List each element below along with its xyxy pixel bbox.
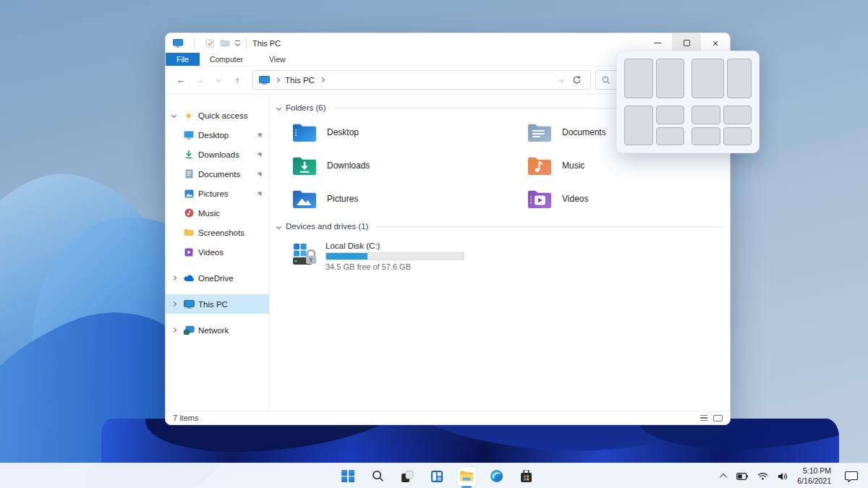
widgets-button[interactable] <box>427 467 446 486</box>
back-button[interactable]: ← <box>171 71 190 90</box>
close-button[interactable]: × <box>701 33 730 53</box>
downloads-folder-icon <box>292 155 318 176</box>
address-bar[interactable]: This PC <box>252 70 591 90</box>
customize-toolbar-dropdown-icon[interactable] <box>235 40 240 46</box>
battery-icon[interactable] <box>736 473 748 480</box>
collapse-chevron-icon[interactable] <box>276 223 281 228</box>
pin-icon <box>256 190 263 197</box>
snap-option-left-full-right-stacked[interactable] <box>624 106 684 145</box>
pictures-icon <box>182 189 196 198</box>
tab-computer[interactable]: Computer <box>200 53 253 66</box>
titlebar[interactable]: This PC × <box>166 33 730 53</box>
up-button[interactable]: ↑ <box>228 71 247 90</box>
sidebar-item-onedrive[interactable]: OneDrive <box>166 268 269 288</box>
sidebar-item-videos[interactable]: Videos <box>166 242 269 262</box>
new-folder-icon[interactable] <box>220 39 230 47</box>
edge-button[interactable] <box>487 467 506 486</box>
snap-option-two-columns-wide-left[interactable] <box>692 59 752 98</box>
drive-capacity: 34.5 GB free of 57.6 GB <box>326 262 464 271</box>
tray-overflow-chevron-icon[interactable] <box>720 474 727 481</box>
folder-tile-videos[interactable]: Videos <box>527 188 723 210</box>
chevron-right-icon[interactable] <box>171 275 176 281</box>
sidebar-item-network[interactable]: Network <box>166 320 269 340</box>
minimize-icon <box>654 43 661 43</box>
disk-usage-fill <box>326 253 367 260</box>
music-folder-icon <box>527 155 553 176</box>
store-icon <box>520 470 532 483</box>
sidebar-item-screenshots[interactable]: Screenshots <box>166 223 269 242</box>
snap-option-two-columns-equal[interactable] <box>624 59 684 98</box>
tab-view[interactable]: View <box>253 53 296 66</box>
start-button[interactable] <box>339 467 357 486</box>
close-icon: × <box>712 38 718 48</box>
sidebar-item-downloads[interactable]: Downloads <box>166 145 269 164</box>
maximize-button[interactable] <box>672 33 701 53</box>
minimize-button[interactable] <box>643 33 672 53</box>
recent-locations-dropdown[interactable] <box>209 71 228 90</box>
pictures-folder-icon <box>292 188 318 210</box>
devices-section-header[interactable]: Devices and drives (1) <box>277 218 723 234</box>
network-icon <box>182 326 196 335</box>
task-view-button[interactable] <box>398 467 417 486</box>
notifications-icon[interactable] <box>845 471 858 482</box>
videos-icon <box>182 248 196 257</box>
volume-icon[interactable] <box>778 472 788 481</box>
chevron-down-icon[interactable] <box>171 113 176 118</box>
forward-button[interactable]: → <box>190 71 209 90</box>
refresh-icon[interactable] <box>572 75 582 85</box>
breadcrumb-this-pc[interactable]: This PC <box>285 76 315 85</box>
this-pc-icon <box>182 300 196 309</box>
desktop-icon <box>182 131 196 140</box>
file-explorer-button[interactable] <box>457 467 476 486</box>
quick-access-star-icon: ★ <box>185 111 193 120</box>
wifi-icon[interactable] <box>757 472 768 480</box>
sidebar-item-quick-access[interactable]: ★ Quick access <box>166 106 269 125</box>
section-rule <box>376 226 723 227</box>
taskbar-search-button[interactable] <box>368 467 387 486</box>
local-disk-icon <box>292 241 319 271</box>
caption-buttons: × <box>643 33 730 53</box>
window-title: This PC <box>252 39 281 48</box>
folder-tile-desktop[interactable]: Desktop <box>292 121 527 143</box>
sidebar-item-pictures[interactable]: Pictures <box>166 184 269 203</box>
tray-date: 6/16/2021 <box>797 476 831 487</box>
collapse-chevron-icon[interactable] <box>276 105 281 110</box>
breadcrumb-separator-icon <box>275 77 280 82</box>
tab-file[interactable]: File <box>166 53 200 66</box>
details-view-button[interactable] <box>700 415 707 421</box>
folder-tile-pictures[interactable]: Pictures <box>292 188 527 210</box>
navigation-pane: ★ Quick access Desktop Down <box>166 94 270 411</box>
music-icon <box>182 208 196 218</box>
downloads-icon <box>182 150 196 159</box>
this-pc-icon <box>173 39 183 48</box>
sidebar-item-desktop[interactable]: Desktop <box>166 125 269 145</box>
snap-layouts-flyout <box>616 51 760 153</box>
desktop: This PC × File Computer View ← → ↑ This … <box>0 0 868 488</box>
videos-folder-icon <box>527 188 553 210</box>
file-explorer-icon <box>459 470 474 482</box>
chevron-right-icon[interactable] <box>171 328 176 333</box>
breadcrumb-separator-icon[interactable] <box>320 77 325 82</box>
address-dropdown-icon[interactable] <box>559 77 564 82</box>
sidebar-item-documents[interactable]: Documents <box>166 164 269 184</box>
documents-icon <box>182 169 196 179</box>
drive-tile-local-disk-c[interactable]: Local Disk (C:) 34.5 GB free of 57.6 GB <box>292 241 723 271</box>
chevron-right-icon[interactable] <box>171 301 176 307</box>
folder-tile-music[interactable]: Music <box>527 155 723 176</box>
snap-option-quad-grid[interactable] <box>692 106 752 145</box>
properties-checkbox-icon[interactable] <box>205 39 215 48</box>
sidebar-item-music[interactable]: Music <box>166 203 269 223</box>
sidebar-item-this-pc[interactable]: This PC <box>166 294 269 314</box>
store-button[interactable] <box>516 467 535 486</box>
clock[interactable]: 5:10 PM 6/16/2021 <box>797 466 831 486</box>
taskbar: 5:10 PM 6/16/2021 <box>0 463 868 488</box>
items-count: 7 items <box>173 414 198 422</box>
documents-folder-icon <box>527 121 553 143</box>
pin-icon <box>256 132 263 139</box>
divider <box>246 38 247 48</box>
pin-icon <box>256 151 263 158</box>
folder-icon <box>182 228 196 236</box>
folder-tile-downloads[interactable]: Downloads <box>292 155 527 176</box>
large-icons-view-button[interactable] <box>713 415 723 421</box>
desktop-folder-icon <box>292 121 318 143</box>
